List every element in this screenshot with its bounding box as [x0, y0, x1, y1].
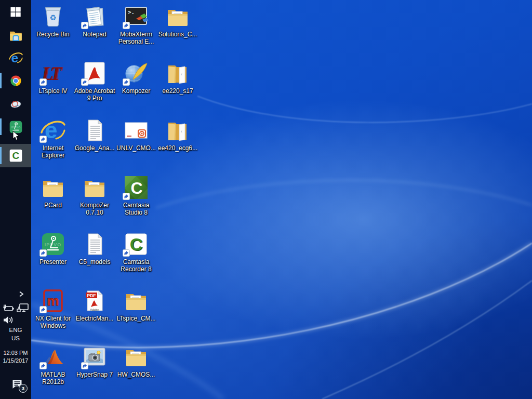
desktop-icon-label: NX Client for Windows [31, 315, 75, 329]
folder-docs-icon [165, 3, 190, 29]
folder-docs-icon [124, 287, 149, 313]
ie-icon: e [41, 117, 65, 143]
pdf-file-icon: PDFAdobe [82, 287, 107, 313]
desktop-icon-label: Internet Explorer [31, 144, 75, 159]
kompozer-icon [124, 60, 149, 86]
folder-open-icon: ‹ [165, 60, 190, 86]
desktop-icon-label: Kompozer [114, 87, 158, 95]
svg-text:>.: >. [128, 9, 135, 16]
desktop-icon-ltspice-cm[interactable]: LTspice_CM... [115, 287, 157, 322]
folder-open-icon: ‹ [165, 117, 190, 143]
svg-text:‹: ‹ [181, 72, 182, 77]
desktop-icon-adobe-acrobat-9-pro[interactable]: Adobe Acrobat 9 Pro [74, 60, 115, 102]
language-indicator[interactable]: ENG US [0, 326, 31, 342]
svg-text:IPEVO: IPEVO [45, 242, 62, 247]
ltspice-icon: LTLT [41, 60, 65, 86]
notification-badge: 3 [19, 384, 28, 393]
chevron-right-icon [18, 290, 24, 298]
desktop-icon-label: Google_Ana... [73, 144, 116, 152]
desktop-icon-presenter[interactable]: IPEVOPresenter [32, 231, 74, 265]
desktop-icon-camtasia-recorder-8[interactable]: CCCamtasia Recorder 8 [115, 231, 157, 273]
nx-client-icon: m [41, 287, 65, 313]
date-text: 1/15/2017 [0, 357, 31, 365]
shortcut-arrow-icon [39, 362, 47, 369]
recycle-bin-icon: ♻ [41, 3, 65, 29]
desktop-icon-internet-explorer[interactable]: eInternet Explorer [32, 117, 74, 159]
desktop-icon-notepad[interactable]: Notepad [74, 3, 115, 38]
desktop-icon-label: Adobe Acrobat 9 Pro [73, 87, 116, 102]
desktop-icon-grid: ♻Recycle BinNotepad>.MobaXterm Personal … [31, 0, 532, 399]
document-icon [82, 117, 107, 143]
ipevo-presenter-icon: IPEVO [41, 231, 65, 257]
system-tray: ENG US 12:03 PM 1/15/2017 3 [0, 0, 31, 399]
unlv-doc-icon [124, 117, 149, 143]
shortcut-arrow-icon [39, 136, 47, 143]
desktop-icon-kompozer[interactable]: Kompozer [115, 60, 157, 95]
desktop-icon-matlab-r2012b[interactable]: MATLAB R2012b [32, 343, 74, 385]
shortcut-arrow-icon [39, 306, 47, 313]
notepad-icon [82, 3, 107, 29]
desktop-icon-ee420-ecg6[interactable]: ‹ee420_ecg6... [157, 117, 198, 152]
mobaxterm-icon: >. [124, 3, 149, 29]
svg-text:C: C [130, 179, 142, 197]
desktop-icon-label: UNLV_CMO... [114, 144, 158, 152]
desktop-icon-kompozer-0-7-10[interactable]: KompoZer 0.7.10 [74, 174, 115, 216]
desktop-icon-hw-cmos[interactable]: HW_CMOS... [115, 343, 157, 378]
clock[interactable]: 12:03 PM 1/15/2017 [0, 349, 31, 365]
shortcut-arrow-icon [39, 78, 47, 86]
desktop-icon-camtasia-studio-8[interactable]: CCamtasia Studio 8 [115, 174, 157, 216]
time-text: 12:03 PM [0, 349, 31, 357]
desktop-icon-label: ElectricMan... [73, 315, 116, 322]
desktop-icon-label: Camtasia Recorder 8 [114, 258, 158, 273]
volume-icon[interactable] [2, 314, 15, 326]
desktop-icon-pcard[interactable]: PCard [32, 174, 74, 209]
svg-text:♻: ♻ [49, 13, 56, 22]
desktop-icon-solutions-c[interactable]: Solutions_C... [157, 3, 198, 38]
network-icon[interactable] [16, 302, 30, 314]
desktop-icon-label: ee220_s17 [156, 87, 200, 95]
desktop-screen: ♻Recycle BinNotepad>.MobaXterm Personal … [0, 0, 532, 399]
shortcut-arrow-icon [39, 249, 47, 257]
hypersnap-icon [82, 343, 107, 369]
folder-docs-icon [82, 174, 107, 200]
camtasia-studio-icon: C [124, 174, 149, 200]
shortcut-arrow-icon [123, 193, 130, 200]
desktop-icon-unlv-cmo[interactable]: UNLV_CMO... [115, 117, 157, 152]
action-center-button[interactable]: 3 [11, 378, 24, 390]
desktop-icon-label: Presenter [31, 258, 75, 265]
desktop-icon-label: LTspice IV [31, 87, 75, 95]
matlab-icon [41, 343, 65, 369]
desktop-icon-google-ana[interactable]: Google_Ana... [74, 117, 115, 152]
acrobat-icon [82, 60, 107, 86]
camtasia-recorder-icon: CC [124, 231, 149, 257]
desktop-icon-label: PCard [31, 202, 75, 209]
folder-docs-icon [41, 174, 65, 200]
power-icon[interactable] [2, 302, 15, 314]
desktop-icon-mobaxterm-personal-e[interactable]: >.MobaXterm Personal E... [115, 3, 157, 45]
taskbar: e✂IPEVOC ENG US 12:03 PM 1/15/2017 [0, 0, 31, 399]
folder-docs-icon [124, 343, 149, 369]
svg-text:‹: ‹ [181, 129, 182, 134]
shortcut-arrow-icon [81, 78, 88, 86]
shortcut-arrow-icon [123, 78, 130, 86]
desktop-icon-label: Notepad [73, 31, 116, 38]
desktop-icon-electricman[interactable]: PDFAdobeElectricMan... [74, 287, 115, 322]
language-line1: ENG [0, 326, 31, 334]
desktop-icon-label: MobaXterm Personal E... [114, 31, 158, 45]
desktop-icon-label: Camtasia Studio 8 [114, 202, 158, 216]
desktop-icon-ee220-s17[interactable]: ‹ee220_s17 [157, 60, 198, 95]
desktop-icon-label: HW_CMOS... [114, 371, 158, 378]
desktop-icon-label: Recycle Bin [31, 31, 75, 38]
desktop-icon-nx-client-for-windows[interactable]: mNX Client for Windows [32, 287, 74, 329]
desktop-icon-label: MATLAB R2012b [31, 371, 75, 385]
shortcut-arrow-icon [81, 22, 88, 29]
desktop-icon-ltspice-iv[interactable]: LTLTLTspice IV [32, 60, 74, 95]
desktop-icon-c5-models[interactable]: C5_models [74, 231, 115, 265]
desktop-icon-label: HyperSnap 7 [73, 371, 116, 378]
language-line2: US [0, 334, 31, 342]
show-hidden-icons-button[interactable] [16, 289, 27, 299]
svg-text:PDF: PDF [87, 293, 96, 298]
desktop-icon-hypersnap-7[interactable]: HyperSnap 7 [74, 343, 115, 378]
desktop-icon-recycle-bin[interactable]: ♻Recycle Bin [32, 3, 74, 38]
svg-text:C: C [130, 234, 143, 254]
